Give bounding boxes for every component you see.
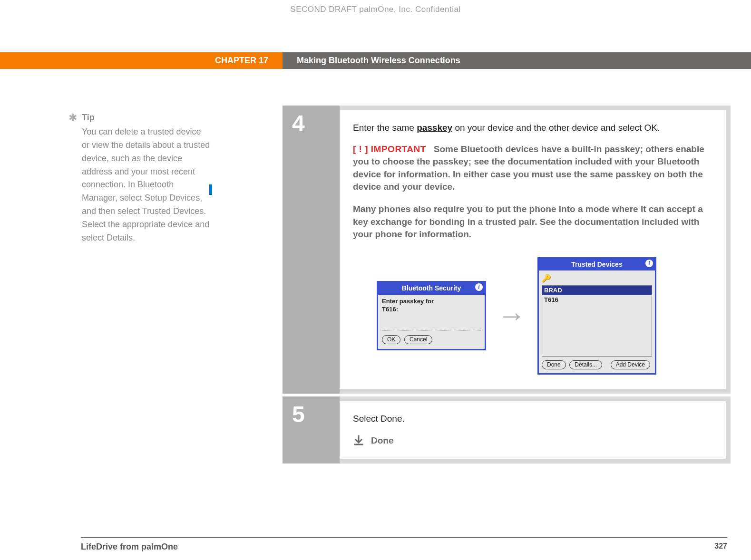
watermark-text: SECOND DRAFT palmOne, Inc. Confidential [0,5,751,14]
list-item[interactable]: BRAD [542,286,652,295]
step-4-body: Enter the same passkey on your device an… [340,106,731,394]
bt-security-title-text: Bluetooth Security [402,284,461,292]
step-5-num-col: 5 [283,396,340,463]
tip-heading: Tip [82,111,210,125]
info-icon[interactable]: i [645,260,653,267]
step-5-row: 5 Select Done. Done [283,396,731,463]
screenshots-row: Bluetooth Security i Enter passkey for T… [353,257,712,375]
add-device-button[interactable]: Add Device [611,360,650,369]
cancel-button[interactable]: Cancel [404,335,432,344]
key-icon: 🔑 [542,272,551,285]
arrow-right-icon: → [497,296,526,336]
step-4-number: 4 [292,112,340,135]
important-tag: [ ! ] IMPORTANT [353,144,426,154]
arrow-down-stop-icon [353,435,364,446]
details-button[interactable]: Details... [569,360,602,369]
step-5-body: Select Done. Done [340,396,731,463]
bt-security-title: Bluetooth Security i [378,282,485,295]
chapter-title: Making Bluetooth Wireless Connections [297,56,460,66]
important-block: [ ! ] IMPORTANT Some Bluetooth devices h… [353,143,712,193]
step-4-num-col: 4 [283,106,340,394]
done-row: Done [353,434,712,447]
tip-block: ✱ Tip You can delete a trusted device or… [82,111,210,245]
passkey-input[interactable] [382,313,481,330]
trusted-title-text: Trusted Devices [571,261,622,268]
chapter-title-bg: Making Bluetooth Wireless Connections [283,52,751,69]
info-icon[interactable]: i [475,283,483,291]
done-label: Done [371,434,394,447]
list-item[interactable]: T616 [542,295,652,305]
passkey-link[interactable]: passkey [417,123,452,133]
page-number: 327 [714,542,727,550]
bluetooth-security-dialog: Bluetooth Security i Enter passkey for T… [377,281,486,350]
step-5-text: Select Done. [353,413,712,425]
chapter-bar: CHAPTER 17 Making Bluetooth Wireless Con… [0,52,751,69]
important-label: IMPORTANT [371,144,426,154]
chapter-label: CHAPTER 17 [215,56,268,66]
footer-product: LifeDrive from palmOne [81,542,178,552]
tip-body: You can delete a trusted device or view … [82,127,210,242]
done-button[interactable]: Done [542,360,566,369]
trusted-buttons: Done Details... Add Device [542,360,652,369]
change-bar-icon [209,184,212,195]
step4-intro-post: on your device and the other device and … [452,123,660,133]
passkey-prompt-l2: T616: [382,306,398,313]
step-4-intro: Enter the same passkey on your device an… [353,122,712,135]
bt-security-body: Enter passkey for T616: OK Cancel [378,295,485,349]
steps-panel: 4 Enter the same passkey on your device … [283,106,731,466]
chapter-label-bg: CHAPTER 17 [0,52,283,69]
passkey-prompt-l1: Enter passkey for [382,298,434,305]
ok-button[interactable]: OK [382,335,400,344]
step-5-number: 5 [292,403,340,426]
footer-rule [81,537,727,538]
trusted-title: Trusted Devices i [539,259,655,271]
tip-star-icon: ✱ [68,110,77,126]
trusted-device-list[interactable]: BRAD T616 [542,285,652,357]
phone-note: Many phones also require you to put the … [353,203,712,241]
trusted-devices-dialog: Trusted Devices i 🔑 BRAD T616 Done Deta [537,257,656,375]
step4-intro-pre: Enter the same [353,123,417,133]
trusted-body: 🔑 BRAD T616 Done Details... Add Device [539,270,655,373]
passkey-prompt: Enter passkey for T616: [382,298,481,314]
step-4-row: 4 Enter the same passkey on your device … [283,106,731,394]
